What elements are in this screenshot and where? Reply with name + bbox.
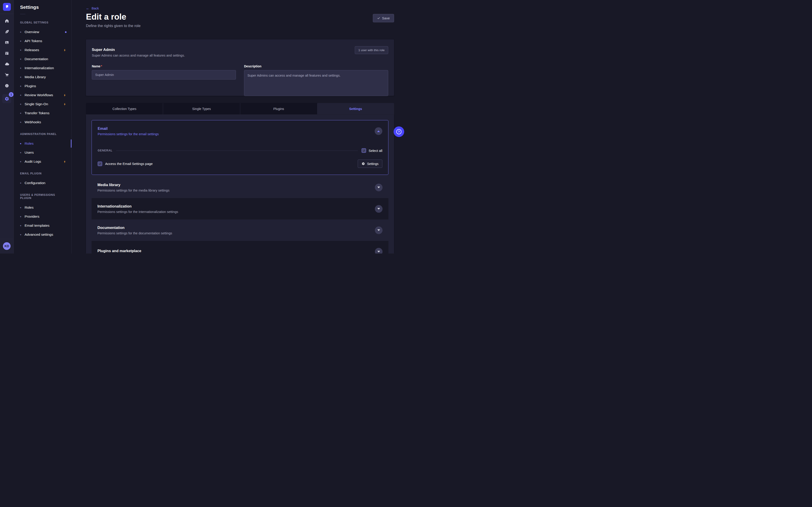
content-manager-feather-icon[interactable] (2, 29, 11, 34)
strapi-logo[interactable] (3, 3, 11, 11)
sidebar-item-webhooks[interactable]: Webhooks (14, 118, 71, 127)
expand-button[interactable] (375, 226, 383, 234)
bullet-icon (20, 143, 21, 144)
access-email-settings-checkbox[interactable] (98, 162, 102, 166)
user-avatar[interactable]: KD (3, 242, 11, 250)
bullet-icon (20, 216, 21, 217)
sidebar-item-roles-admin[interactable]: Roles (14, 139, 71, 148)
info-icon[interactable] (2, 83, 11, 88)
description-textarea[interactable]: Super Admins can access and manage all f… (244, 70, 388, 96)
sidebar-item-configuration[interactable]: Configuration (14, 178, 71, 187)
tab-single-types[interactable]: Single Types (163, 103, 240, 115)
gear-icon (362, 162, 365, 165)
accordion-internationalization[interactable]: Internationalization Permissions setting… (92, 198, 389, 220)
sidebar-item-review-workflows[interactable]: Review Workflows (14, 91, 71, 100)
sidebar-item-releases[interactable]: Releases (14, 46, 71, 55)
media-library-icon[interactable] (2, 40, 11, 45)
save-button[interactable]: Save (373, 14, 394, 22)
expand-button[interactable] (375, 184, 383, 191)
sidebar-item-single-sign-on[interactable]: Single Sign-On (14, 100, 71, 109)
nav-section-header: ADMINISTRATION PANEL (14, 132, 71, 136)
general-section-label: GENERAL (98, 149, 112, 152)
check-icon (362, 149, 365, 152)
chevron-up-icon (377, 130, 380, 132)
notification-dot-icon (65, 31, 66, 33)
rail-divider (0, 14, 14, 14)
section-divider (116, 151, 358, 151)
accordion-media-library[interactable]: Media library Permissions settings for t… (92, 177, 389, 198)
description-field-label: Description (244, 64, 388, 68)
bullet-icon (20, 59, 21, 60)
lightning-icon (63, 94, 66, 97)
help-button[interactable]: ? (394, 126, 404, 137)
nav-section-header: GLOBAL SETTINGS (14, 21, 71, 24)
chevron-down-icon (377, 229, 380, 231)
email-settings-button[interactable]: Settings (358, 160, 382, 168)
chevron-down-icon (377, 186, 380, 188)
tab-collection-types[interactable]: Collection Types (86, 103, 163, 115)
sidebar-item-advanced-settings[interactable]: Advanced settings (14, 230, 71, 239)
content-type-builder-layout-icon[interactable] (2, 51, 11, 56)
required-asterisk: * (101, 64, 102, 68)
cloud-deploy-icon[interactable] (2, 62, 11, 66)
settings-permissions-panel: Email Permissions settings for the email… (86, 115, 394, 253)
sidebar-item-audit-logs[interactable]: Audit Logs (14, 157, 71, 166)
page-subtitle: Define the rights given to the role (86, 24, 141, 28)
accordion-documentation[interactable]: Documentation Permissions settings for t… (92, 220, 389, 241)
name-field-label: Name* (92, 64, 236, 68)
sidebar-item-providers[interactable]: Providers (14, 212, 71, 221)
sidebar-item-overview[interactable]: Overview (14, 27, 71, 37)
accordion-email-body: GENERAL Select all Access the Email Sett… (92, 142, 388, 175)
accordion-subtitle: Permissions settings for the media libra… (97, 188, 169, 192)
sidebar-item-email-templates[interactable]: Email templates (14, 221, 71, 230)
sidebar-item-documentation[interactable]: Documentation (14, 55, 71, 64)
sidebar-item-media-library[interactable]: Media Library (14, 72, 71, 81)
accordion-subtitle: Permissions settings for the Internation… (97, 210, 178, 214)
check-icon (99, 162, 101, 165)
lightning-icon (63, 48, 66, 52)
chevron-down-icon (377, 251, 380, 252)
settings-gear-icon[interactable]: 1 (2, 94, 11, 103)
accordion-email: Email Permissions settings for the email… (92, 120, 389, 175)
permissions-tablist: Collection Types Single Types Plugins Se… (86, 103, 394, 115)
bullet-icon (20, 207, 21, 208)
expand-button[interactable] (375, 248, 383, 254)
marketplace-cart-icon[interactable] (2, 72, 11, 77)
check-icon (377, 17, 380, 19)
role-info-card: Super Admin Super Admins can access and … (86, 40, 394, 96)
accordion-plugins-and-marketplace[interactable]: Plugins and marketplace (92, 241, 389, 253)
bullet-icon (20, 225, 21, 226)
bullet-icon (20, 104, 21, 105)
bullet-icon (20, 68, 21, 69)
tab-settings[interactable]: Settings (317, 103, 394, 115)
expand-button[interactable] (375, 205, 383, 213)
accordion-subtitle: Permissions settings for the email setti… (98, 132, 159, 136)
accordion-title: Documentation (97, 226, 172, 230)
bullet-icon (20, 152, 21, 153)
bullet-icon (20, 86, 21, 87)
role-title: Super Admin (92, 48, 185, 52)
collapse-button[interactable] (375, 127, 382, 135)
accordion-title: Internationalization (97, 204, 178, 209)
nav-section-header: USERS & PERMISSIONS PLUGIN (14, 193, 71, 200)
accordion-title: Plugins and marketplace (97, 249, 141, 253)
sidebar-item-roles-up[interactable]: Roles (14, 203, 71, 212)
sidebar-item-plugins[interactable]: Plugins (14, 81, 71, 91)
back-link[interactable]: ← Back (86, 6, 99, 10)
strapi-logo-icon (5, 4, 9, 9)
tab-plugins[interactable]: Plugins (240, 103, 317, 115)
chevron-down-icon (377, 208, 380, 210)
name-input[interactable] (92, 70, 236, 79)
home-icon[interactable] (2, 18, 11, 23)
accordion-subtitle: Permissions settings for the documentati… (97, 231, 172, 235)
main-content: ← Back Edit a role Define the rights giv… (72, 0, 406, 253)
users-with-role-button[interactable]: 1 user with this role (355, 46, 388, 54)
sidebar-item-internationalization[interactable]: Internationalization (14, 64, 71, 72)
accordion-email-header[interactable]: Email Permissions settings for the email… (92, 120, 388, 142)
select-all-checkbox[interactable] (362, 148, 366, 153)
sidebar-item-users[interactable]: Users (14, 148, 71, 157)
sidebar-item-api-tokens[interactable]: API Tokens (14, 37, 71, 46)
role-description-text: Super Admins can access and manage all f… (92, 54, 185, 57)
nav-section-header: EMAIL PLUGIN (14, 172, 71, 175)
sidebar-item-transfer-tokens[interactable]: Transfer Tokens (14, 109, 71, 118)
